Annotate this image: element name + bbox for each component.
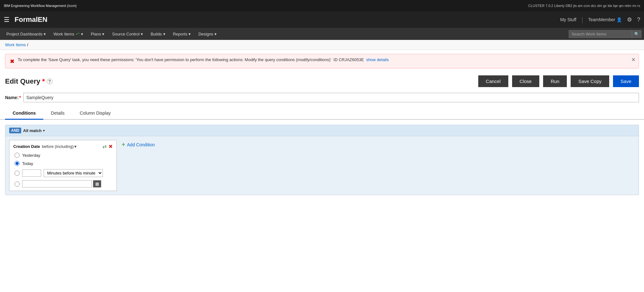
error-banner: ✖ To complete the 'Save Query' task, you…	[5, 54, 639, 68]
search-area: 🔍	[569, 30, 641, 38]
and-bar: AND All match ▾	[5, 125, 639, 136]
add-condition-button[interactable]: + Add Condition	[122, 140, 155, 148]
chevron-down-icon: ▾	[43, 129, 45, 132]
edit-query-header: Edit Query * ? Cancel Close Run Save Cop…	[0, 72, 644, 90]
search-input[interactable]	[569, 30, 632, 38]
nav-item-reports[interactable]: Reports ▾	[169, 28, 195, 40]
add-condition-label: Add Condition	[127, 142, 155, 147]
user-avatar-icon: 👤	[616, 17, 622, 22]
tab-conditions[interactable]: Conditions	[5, 107, 43, 120]
nav-item-designs[interactable]: Designs ▾	[195, 28, 220, 40]
name-label: Name: *	[5, 95, 21, 100]
radio-date[interactable]	[15, 181, 20, 187]
header-separator: |	[581, 16, 583, 23]
breadcrumb-work-items[interactable]: Work Items	[5, 42, 26, 47]
settings-button[interactable]: ⚙	[627, 16, 632, 23]
tab-details[interactable]: Details	[43, 107, 72, 120]
radio-today[interactable]	[15, 161, 20, 166]
radio-row-date: ▦	[15, 180, 113, 187]
minutes-select[interactable]: Minutes before this minute Hours before …	[44, 169, 103, 177]
app-name: IBM Engineering Workflow Management (/cc…	[4, 4, 77, 8]
nav-item-builds[interactable]: Builds ▾	[147, 28, 169, 40]
move-condition-icon[interactable]: ⇄	[102, 143, 107, 149]
chevron-down-icon: ▾	[214, 32, 217, 36]
name-required-marker: *	[19, 95, 21, 100]
breadcrumb: Work Items /	[0, 40, 644, 50]
conditions-body: Creation Date before (including) ▾ ⇄ ✖ Y…	[5, 136, 639, 195]
condition-creation-date: Creation Date before (including) ▾ ⇄ ✖ Y…	[9, 140, 117, 191]
chevron-down-icon: ▾	[74, 144, 77, 149]
brand-logo: FormalEN	[15, 16, 47, 24]
calendar-button[interactable]: ▦	[93, 180, 101, 187]
condition-operator-dropdown[interactable]: before (including) ▾	[42, 144, 77, 149]
user-name: TeamMember	[588, 17, 615, 22]
error-icon: ✖	[10, 58, 15, 65]
save-button[interactable]: Save	[613, 75, 639, 87]
header: ☰ FormalEN My Stuff | TeamMember 👤 ⚙ ?	[0, 11, 644, 28]
nav-item-project-dashboards[interactable]: Project Dashboards ▾	[3, 28, 50, 40]
error-id: ID CRJAZ6053E	[333, 57, 364, 62]
required-marker: *	[42, 77, 45, 86]
radio-today-label: Today	[22, 161, 33, 166]
condition-title: Creation Date	[13, 144, 40, 149]
chevron-down-icon: ▾	[102, 32, 104, 36]
query-name-input[interactable]	[23, 93, 639, 102]
search-button[interactable]: 🔍	[632, 30, 641, 38]
radio-group: Yesterday Today Minutes before this minu…	[13, 153, 113, 187]
nav-item-plans[interactable]: Plans ▾	[87, 28, 108, 40]
minutes-text-input[interactable]	[22, 169, 41, 177]
help-icon[interactable]: ?	[47, 79, 53, 84]
error-close-button[interactable]: ✕	[631, 57, 635, 63]
remove-condition-icon[interactable]: ✖	[108, 143, 113, 149]
save-copy-button[interactable]: Save Copy	[571, 75, 609, 87]
all-match-dropdown[interactable]: All match ▾	[23, 128, 45, 133]
radio-yesterday-label: Yesterday	[22, 153, 40, 158]
error-text: To complete the 'Save Query' task, you n…	[18, 57, 634, 62]
my-stuff-link[interactable]: My Stuff	[560, 17, 576, 22]
nav-item-work-items[interactable]: Work Items ✔* ▾	[50, 28, 87, 40]
radio-minutes[interactable]	[15, 171, 20, 176]
nav-item-source-control[interactable]: Source Control ▾	[108, 28, 147, 40]
nav-bar: Project Dashboards ▾ Work Items ✔* ▾ Pla…	[0, 28, 644, 40]
header-right: My Stuff | TeamMember 👤 ⚙ ?	[560, 16, 640, 23]
run-button[interactable]: Run	[543, 75, 567, 87]
condition-icons: ⇄ ✖	[102, 143, 113, 149]
show-details-link[interactable]: show details	[366, 57, 389, 62]
radio-row-today: Today	[15, 161, 113, 166]
and-badge: AND	[9, 128, 21, 133]
chevron-down-icon: ▾	[163, 32, 165, 36]
chevron-down-icon: ▾	[44, 32, 46, 36]
breadcrumb-separator: /	[27, 42, 28, 47]
add-condition-plus-icon: +	[122, 141, 125, 148]
radio-row-yesterday: Yesterday	[15, 153, 113, 158]
close-button[interactable]: Close	[512, 75, 539, 87]
user-menu[interactable]: TeamMember 👤	[588, 17, 622, 22]
condition-header: Creation Date before (including) ▾ ⇄ ✖	[13, 143, 113, 149]
edit-query-title: Edit Query * ?	[5, 77, 53, 86]
chevron-down-icon: ▾	[141, 32, 143, 36]
name-row: Name: *	[0, 90, 644, 107]
help-button[interactable]: ?	[637, 16, 640, 23]
date-text-input[interactable]	[22, 180, 92, 187]
date-input-row: ▦	[22, 180, 101, 187]
radio-row-minutes: Minutes before this minute Hours before …	[15, 169, 113, 177]
hamburger-icon[interactable]: ☰	[4, 16, 9, 23]
conditions-panel: AND All match ▾ Creation Date before (in…	[5, 125, 639, 195]
chevron-down-icon: ▾	[189, 32, 191, 36]
radio-yesterday[interactable]	[15, 153, 20, 158]
content-area: Work Items / ✖ To complete the 'Save Que…	[0, 40, 644, 292]
cluster-info: CLUSTER 7.0.2 Liberty DB2 jts am ccm dcc…	[528, 4, 640, 8]
chevron-down-icon: ▾	[81, 32, 83, 36]
tabs: Conditions Details Column Display	[0, 107, 644, 120]
top-bar: IBM Engineering Workflow Management (/cc…	[0, 0, 644, 11]
cancel-button[interactable]: Cancel	[478, 75, 508, 87]
tab-column-display[interactable]: Column Display	[72, 107, 118, 120]
check-icon: ✔*	[76, 32, 80, 36]
